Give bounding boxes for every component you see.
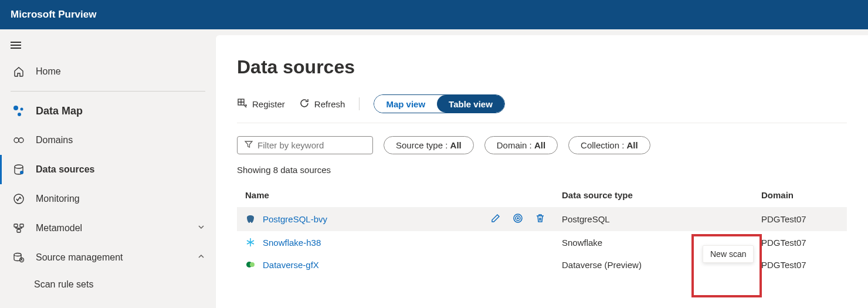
col-type[interactable]: Data source type: [554, 183, 753, 207]
data-map-icon: [12, 104, 25, 117]
metamodel-icon: [12, 222, 25, 235]
delete-icon[interactable]: [535, 213, 545, 225]
svg-point-0: [13, 106, 18, 110]
register-button[interactable]: Register: [237, 98, 285, 110]
nav-source-management-label: Source management: [36, 252, 187, 263]
refresh-button[interactable]: Refresh: [299, 98, 345, 110]
results-count: Showing 8 data sources: [237, 165, 847, 175]
svg-point-1: [21, 108, 23, 111]
filter-row: Source type : All Domain : All Collectio…: [237, 136, 847, 154]
toolbar-separator: [359, 97, 360, 110]
svg-point-3: [14, 138, 19, 143]
source-management-icon: [12, 251, 25, 264]
nav-section-label: Data Map: [36, 105, 205, 117]
data-sources-icon: [12, 163, 25, 176]
dataverse-icon: [245, 259, 256, 270]
table-row[interactable]: PostgreSQL-bvy: [237, 207, 847, 231]
nav-data-sources[interactable]: Data sources: [0, 155, 216, 184]
nav-scan-rule-sets[interactable]: Scan rule sets: [0, 272, 216, 297]
nav-monitoring[interactable]: Monitoring: [0, 184, 216, 214]
table-row[interactable]: Snowflake-h38 Snowflake PDGTest07: [237, 231, 847, 253]
nav-monitoring-label: Monitoring: [36, 194, 205, 204]
refresh-icon: [299, 98, 310, 110]
nav-domains[interactable]: Domains: [0, 126, 216, 155]
nav-section-data-map[interactable]: Data Map: [0, 96, 216, 126]
filter-icon: [245, 140, 253, 150]
chevron-up-icon: [197, 252, 205, 263]
ds-name-link[interactable]: Snowflake-h38: [263, 238, 321, 248]
filter-keyword[interactable]: [237, 136, 373, 154]
table-view-button[interactable]: Table view: [437, 95, 504, 113]
filter-keyword-input[interactable]: [257, 140, 365, 150]
svg-rect-10: [17, 229, 21, 232]
sidebar: Home Data Map Domains Data sources: [0, 29, 216, 308]
postgres-icon: [245, 214, 256, 225]
svg-point-6: [20, 171, 23, 174]
nav-home[interactable]: Home: [0, 57, 216, 86]
edit-icon[interactable]: [490, 213, 501, 225]
monitoring-icon: [12, 192, 25, 205]
svg-point-4: [19, 138, 23, 143]
col-name[interactable]: Name: [237, 183, 554, 207]
main-content: Data sources Register Refresh Map view T…: [216, 35, 868, 308]
home-icon: [12, 65, 25, 78]
view-toggle: Map view Table view: [374, 94, 504, 113]
register-icon: [237, 98, 247, 110]
svg-point-18: [250, 262, 255, 267]
col-domain[interactable]: Domain: [753, 183, 847, 207]
topbar: Microsoft Purview: [0, 0, 868, 29]
register-label: Register: [252, 99, 285, 109]
svg-rect-8: [14, 224, 18, 227]
nav-data-sources-label: Data sources: [36, 164, 205, 175]
hamburger-icon: [11, 40, 21, 48]
nav-source-management[interactable]: Source management: [0, 243, 216, 272]
nav-domains-label: Domains: [36, 135, 205, 145]
filter-collection[interactable]: Collection : All: [568, 136, 650, 154]
map-view-button[interactable]: Map view: [374, 95, 437, 113]
nav-metamodel[interactable]: Metamodel: [0, 214, 216, 243]
nav-scan-rule-sets-label: Scan rule sets: [34, 279, 93, 289]
filter-source-type[interactable]: Source type : All: [384, 136, 474, 154]
refresh-label: Refresh: [314, 99, 345, 109]
svg-point-16: [517, 218, 518, 219]
table-row[interactable]: Dataverse-gfX Dataverse (Preview) PDGTes…: [237, 253, 847, 276]
toolbar: Register Refresh Map view Table view: [237, 94, 847, 123]
new-scan-tooltip: New scan: [703, 245, 754, 263]
domains-icon: [12, 134, 25, 147]
svg-rect-9: [20, 224, 23, 227]
nav-metamodel-label: Metamodel: [36, 223, 187, 233]
hamburger-button[interactable]: [0, 40, 216, 57]
ds-domain: PDGTest07: [753, 207, 847, 231]
ds-domain: PDGTest07: [753, 253, 847, 276]
svg-point-2: [18, 113, 21, 116]
snowflake-icon: [245, 237, 256, 248]
ds-name-link[interactable]: PostgreSQL-bvy: [263, 214, 327, 224]
ds-domain: PDGTest07: [753, 231, 847, 253]
ds-type: PostgreSQL: [554, 207, 753, 231]
page-title: Data sources: [237, 56, 847, 78]
ds-name-link[interactable]: Dataverse-gfX: [263, 260, 319, 270]
new-scan-icon[interactable]: [513, 213, 523, 225]
brand-title: Microsoft Purview: [11, 9, 96, 21]
chevron-down-icon: [197, 223, 205, 233]
svg-point-11: [14, 253, 21, 256]
nav-home-label: Home: [36, 66, 205, 77]
divider: [11, 91, 205, 92]
data-sources-table: Name Data source type Domain PostgreSQL-: [237, 183, 847, 276]
svg-point-5: [15, 165, 23, 168]
filter-domain[interactable]: Domain : All: [484, 136, 558, 154]
